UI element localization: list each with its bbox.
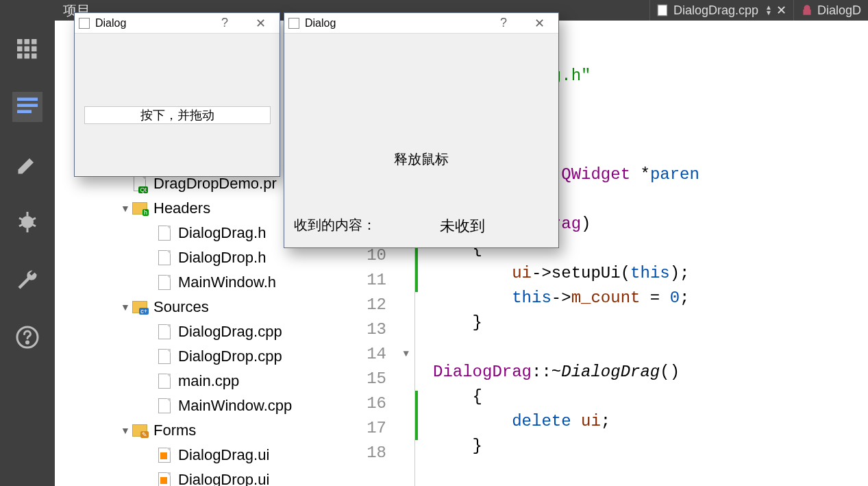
dialog-titlebar[interactable]: Dialog ? ✕ (75, 13, 280, 34)
dialog-body[interactable]: 释放鼠标 收到的内容： 未收到 (284, 34, 558, 247)
tree-label: Forms (153, 418, 196, 443)
svg-rect-11 (17, 110, 32, 114)
svg-rect-0 (17, 39, 23, 45)
drop-target-dialog[interactable]: Dialog ? ✕ 释放鼠标 收到的内容： 未收到 (284, 12, 559, 248)
svg-rect-10 (17, 104, 38, 108)
svg-rect-6 (17, 53, 23, 59)
dialog-titlebar[interactable]: Dialog ? ✕ (284, 13, 558, 34)
editor-tabs: DialogDrag.cpp ▲▼ ✕ DialogD (649, 0, 868, 21)
tab-filename: DialogD (817, 3, 861, 18)
editor-tab[interactable]: DialogD (793, 0, 868, 21)
svg-point-20 (27, 341, 29, 343)
tree-folder-forms[interactable]: ▼ ✎ Forms (55, 418, 356, 443)
tree-label: DialogDrag.cpp (178, 319, 282, 344)
tree-label: DialogDrop.cpp (178, 344, 282, 369)
drag-source-dialog[interactable]: Dialog ? ✕ 按下，并拖动 (74, 12, 280, 177)
svg-rect-9 (17, 98, 38, 101)
tree-file[interactable]: ▶MainWindow.h (55, 270, 356, 295)
grid-icon[interactable] (12, 34, 42, 64)
cpp-file-icon (657, 4, 669, 16)
tree-file[interactable]: ▶DialogDrag.ui (55, 443, 356, 467)
lock-icon (801, 4, 813, 16)
tree-label: Sources (153, 295, 209, 319)
drop-hint-label: 释放鼠标 (284, 150, 558, 169)
wrench-icon[interactable] (12, 265, 42, 295)
tree-file[interactable]: ▶MainWindow.cpp (55, 393, 356, 418)
window-icon (79, 18, 90, 29)
svg-rect-4 (25, 47, 30, 52)
svg-rect-21 (658, 5, 667, 16)
svg-rect-2 (32, 39, 37, 45)
drag-handle-button[interactable]: 按下，并拖动 (84, 106, 271, 124)
tree-label: Headers (153, 196, 210, 221)
tree-file[interactable]: ▶DialogDrop.ui (55, 467, 356, 486)
tree-label: DialogDrag.ui (178, 443, 269, 467)
bug-icon[interactable] (12, 207, 42, 237)
svg-rect-5 (32, 47, 37, 52)
tree-file[interactable]: ▶main.cpp (55, 369, 356, 393)
editor-tab[interactable]: DialogDrag.cpp ▲▼ ✕ (649, 0, 793, 21)
svg-rect-1 (25, 39, 30, 45)
tab-filename: DialogDrag.cpp (673, 3, 758, 18)
received-row: 收到的内容： 未收到 (284, 216, 558, 236)
pencil-icon[interactable] (12, 149, 42, 180)
svg-point-12 (21, 216, 34, 228)
edit-mode-icon[interactable] (12, 92, 42, 122)
tree-label: MainWindow.cpp (178, 393, 292, 418)
help-icon[interactable] (12, 322, 42, 352)
tree-file[interactable]: ▶DialogDrop.h (55, 245, 356, 270)
tree-label: DialogDrop.ui (178, 467, 269, 486)
close-icon[interactable]: ✕ (524, 14, 554, 33)
tab-close-icon[interactable]: ✕ (776, 3, 786, 18)
help-button-icon[interactable]: ? (210, 14, 240, 33)
tree-folder-sources[interactable]: ▼ c+ Sources (55, 295, 356, 319)
received-value: 未收到 (376, 216, 549, 236)
tree-file[interactable]: ▶DialogDrop.cpp (55, 344, 356, 369)
help-button-icon[interactable]: ? (488, 14, 519, 33)
dialog-title: Dialog (305, 17, 336, 29)
received-label: 收到的内容： (294, 216, 376, 236)
close-icon[interactable]: ✕ (245, 14, 275, 33)
tab-split-icon[interactable]: ▲▼ (765, 5, 772, 16)
tree-label: DialogDrag.h (178, 221, 266, 245)
svg-rect-7 (25, 53, 30, 59)
tree-label: MainWindow.h (178, 270, 276, 295)
window-icon (288, 18, 299, 29)
svg-rect-8 (32, 53, 37, 59)
tree-label: DialogDrop.h (178, 245, 266, 270)
dialog-body: 按下，并拖动 (75, 34, 280, 131)
svg-rect-3 (17, 47, 23, 52)
tree-label: main.cpp (178, 369, 239, 393)
dialog-title: Dialog (95, 17, 126, 29)
activity-bar (0, 0, 55, 486)
tree-file[interactable]: ▶DialogDrag.cpp (55, 319, 356, 344)
